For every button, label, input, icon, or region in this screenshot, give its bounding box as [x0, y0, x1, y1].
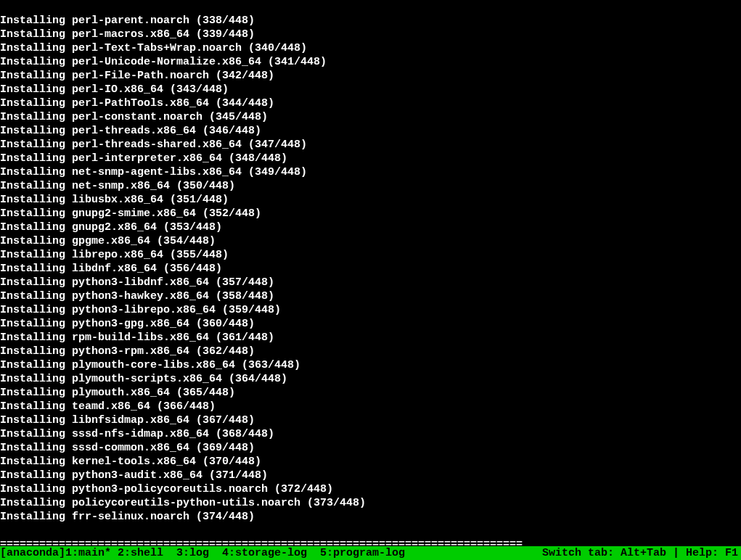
install-line: Installing net-snmp-agent-libs.x86_64 (3… — [0, 165, 741, 179]
install-line: Installing gnupg2-smime.x86_64 (352/448) — [0, 207, 741, 221]
install-line: Installing perl-macros.x86_64 (339/448) — [0, 28, 741, 41]
install-line: Installing sssd-nfs-idmap.x86_64 (368/44… — [0, 427, 741, 441]
install-line: Installing perl-IO.x86_64 (343/448) — [0, 83, 741, 96]
install-line: Installing gnupg2.x86_64 (353/448) — [0, 221, 741, 234]
install-line: Installing libdnf.x86_64 (356/448) — [0, 262, 741, 276]
install-line: Installing frr-selinux.noarch (374/448) — [0, 510, 741, 524]
install-line: Installing kernel-tools.x86_64 (370/448) — [0, 455, 741, 469]
install-line: Installing python3-audit.x86_64 (371/448… — [0, 469, 741, 482]
install-line: Installing perl-Text-Tabs+Wrap.noarch (3… — [0, 41, 741, 55]
install-line: Installing python3-gpg.x86_64 (360/448) — [0, 317, 741, 331]
install-line: Installing libusbx.x86_64 (351/448) — [0, 193, 741, 207]
install-line: Installing perl-constant.noarch (345/448… — [0, 110, 741, 124]
install-line: Installing gpgme.x86_64 (354/448) — [0, 234, 741, 248]
terminal-output: Installing perl-parent.noarch (338/448)I… — [0, 0, 741, 546]
install-line: Installing plymouth.x86_64 (365/448) — [0, 386, 741, 400]
install-line: Installing perl-PathTools.x86_64 (344/44… — [0, 96, 741, 110]
install-line: Installing sssd-common.x86_64 (369/448) — [0, 441, 741, 455]
install-line: Installing perl-Unicode-Normalize.x86_64… — [0, 55, 741, 69]
install-line: Installing policycoreutils-python-utils.… — [0, 496, 741, 510]
install-line: Installing python3-libdnf.x86_64 (357/44… — [0, 276, 741, 289]
install-line: Installing python3-policycoreutils.noarc… — [0, 482, 741, 496]
install-line: Installing rpm-build-libs.x86_64 (361/44… — [0, 331, 741, 345]
install-line: Installing python3-hawkey.x86_64 (358/44… — [0, 289, 741, 303]
tmux-status-bar[interactable]: [anaconda]1:main* 2:shell 3:log 4:storag… — [0, 546, 741, 560]
install-line: Installing python3-librepo.x86_64 (359/4… — [0, 303, 741, 317]
install-line: Installing perl-interpreter.x86_64 (348/… — [0, 152, 741, 165]
install-line: Installing perl-threads.x86_64 (346/448) — [0, 124, 741, 138]
install-line: Installing teamd.x86_64 (366/448) — [0, 400, 741, 413]
status-bar-left[interactable]: [anaconda]1:main* 2:shell 3:log 4:storag… — [0, 546, 405, 560]
install-line: Installing libnfsidmap.x86_64 (367/448) — [0, 413, 741, 427]
install-line: Installing plymouth-scripts.x86_64 (364/… — [0, 372, 741, 386]
install-line: Installing perl-threads-shared.x86_64 (3… — [0, 138, 741, 152]
install-line: Installing perl-parent.noarch (338/448) — [0, 14, 741, 28]
install-line: Installing net-snmp.x86_64 (350/448) — [0, 179, 741, 193]
install-line: Installing librepo.x86_64 (355/448) — [0, 248, 741, 262]
install-line: Installing plymouth-core-libs.x86_64 (36… — [0, 358, 741, 372]
install-line: Installing python3-rpm.x86_64 (362/448) — [0, 345, 741, 358]
install-log-block: Installing perl-parent.noarch (338/448)I… — [0, 14, 741, 524]
install-line: Installing perl-File-Path.noarch (342/44… — [0, 69, 741, 83]
status-bar-right: Switch tab: Alt+Tab | Help: F1 — [542, 546, 741, 560]
